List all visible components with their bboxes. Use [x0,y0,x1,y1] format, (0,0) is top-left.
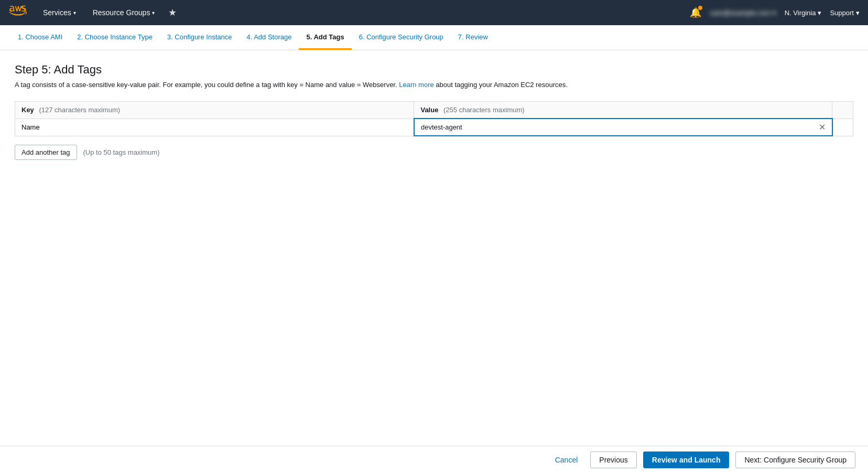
step-6-label: 6. Configure Security Group [359,33,443,41]
step-5-add-tags[interactable]: 5. Add Tags [299,25,351,50]
key-hint: (127 characters maximum) [39,106,120,114]
action-column-header [832,102,853,119]
user-account-menu[interactable]: user@example.com ▾ [710,9,776,17]
key-column-header: Key (127 characters maximum) [15,102,414,119]
step-3-configure-instance[interactable]: 3. Configure Instance [160,25,240,50]
top-navigation: Services ▾ Resource Groups ▾ ★ 🔔 user@ex… [0,0,868,25]
aws-logo[interactable] [8,5,29,20]
services-label: Services [43,8,71,17]
value-input[interactable] [419,121,817,133]
wizard-steps-bar: 1. Choose AMI 2. Choose Instance Type 3.… [0,25,868,50]
support-label: Support [830,9,854,17]
add-tag-row: Add another tag (Up to 50 tags maximum) [15,145,853,160]
favorites-star-icon[interactable]: ★ [168,7,177,18]
step-7-label: 7. Review [458,33,488,41]
description-text-2: about tagging your Amazon EC2 resources. [436,81,567,89]
main-content: Step 5: Add Tags A tag consists of a cas… [0,50,868,181]
step-4-add-storage[interactable]: 4. Add Storage [239,25,299,50]
description-text: A tag consists of a case-sensitive key-v… [15,81,397,89]
resource-groups-chevron-icon: ▾ [152,10,155,16]
resource-groups-menu[interactable]: Resource Groups ▾ [90,6,158,19]
add-another-tag-button[interactable]: Add another tag [15,145,77,160]
step-2-label: 2. Choose Instance Type [77,33,153,41]
notifications-bell-icon[interactable]: 🔔 [690,7,701,18]
region-chevron-icon: ▾ [818,9,821,17]
add-tag-hint: (Up to 50 tags maximum) [83,148,160,156]
clear-value-icon[interactable]: ✕ [817,122,828,132]
step-5-label: 5. Add Tags [306,33,344,41]
region-label: N. Virginia [785,9,816,17]
support-chevron-icon: ▾ [856,9,860,17]
key-cell [15,119,414,136]
step-2-choose-instance-type[interactable]: 2. Choose Instance Type [70,25,160,50]
step-6-configure-security-group[interactable]: 6. Configure Security Group [352,25,451,50]
learn-more-link[interactable]: Learn more [399,81,433,89]
value-column-header: Value (255 characters maximum) [414,102,832,119]
page-title: Step 5: Add Tags [15,63,853,77]
value-cell: ✕ [414,119,832,136]
notification-dot [698,6,702,10]
support-menu[interactable]: Support ▾ [830,9,860,17]
step-7-review[interactable]: 7. Review [451,25,495,50]
table-row: ✕ [15,119,853,136]
step-3-label: 3. Configure Instance [167,33,232,41]
step-4-label: 4. Add Storage [246,33,291,41]
delete-row-cell [832,119,853,136]
region-menu[interactable]: N. Virginia ▾ [785,9,822,17]
services-menu[interactable]: Services ▾ [40,6,79,19]
value-hint: (255 characters maximum) [443,106,525,114]
step-1-label: 1. Choose AMI [18,33,62,41]
aws-logo-icon [8,5,29,20]
step-1-choose-ami[interactable]: 1. Choose AMI [10,25,70,50]
key-input[interactable] [19,121,409,133]
services-chevron-icon: ▾ [73,10,76,16]
resource-groups-label: Resource Groups [93,8,150,17]
tags-table: Key (127 characters maximum) Value (255 … [15,101,853,136]
page-description: A tag consists of a case-sensitive key-v… [15,81,853,89]
